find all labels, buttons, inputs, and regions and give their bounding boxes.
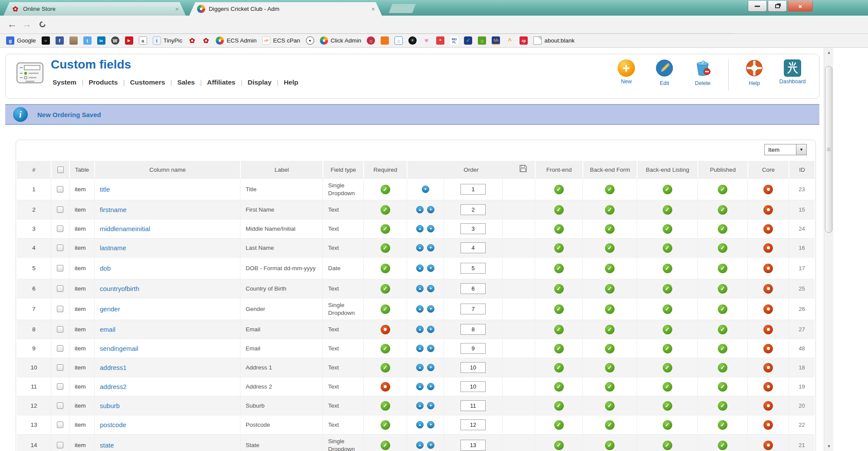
- move-down-icon[interactable]: ▼: [427, 285, 434, 292]
- column-name-link[interactable]: middlenameinitial: [100, 225, 150, 232]
- browser-scrollbar[interactable]: ▲ ▼: [824, 48, 833, 451]
- header-core[interactable]: Core: [747, 161, 789, 178]
- published-yes-icon[interactable]: ✓: [718, 441, 727, 450]
- bookmark-item[interactable]: ECS Admin: [216, 36, 256, 45]
- front-end-yes-icon[interactable]: ✓: [554, 382, 564, 392]
- move-up-icon[interactable]: ▲: [416, 285, 424, 292]
- front-end-yes-icon[interactable]: ✓: [554, 243, 564, 253]
- close-icon[interactable]: ×: [174, 6, 181, 13]
- order-input[interactable]: [460, 223, 486, 234]
- forward-button[interactable]: →: [20, 17, 34, 31]
- order-input[interactable]: [460, 263, 486, 274]
- column-name-link[interactable]: suburb: [100, 402, 120, 409]
- required-yes-icon[interactable]: ✓: [381, 264, 390, 273]
- backend-listing-yes-icon[interactable]: ✓: [663, 344, 672, 353]
- row-checkbox[interactable]: [57, 306, 63, 312]
- required-yes-icon[interactable]: ✓: [381, 304, 390, 314]
- bookmark-item[interactable]: [478, 36, 486, 45]
- bookmark-item[interactable]: [381, 36, 389, 45]
- front-end-yes-icon[interactable]: ✓: [554, 304, 564, 314]
- backend-form-yes-icon[interactable]: ✓: [605, 264, 615, 273]
- scroll-up-icon[interactable]: ▲: [825, 49, 833, 56]
- move-down-icon[interactable]: ▼: [422, 186, 429, 193]
- move-down-icon[interactable]: ▼: [427, 402, 434, 409]
- backend-listing-yes-icon[interactable]: ✓: [663, 205, 672, 215]
- scroll-down-icon[interactable]: ▼: [825, 442, 833, 450]
- order-input[interactable]: [460, 304, 486, 314]
- backend-form-yes-icon[interactable]: ✓: [605, 363, 615, 373]
- backend-listing-yes-icon[interactable]: ✓: [663, 243, 672, 253]
- required-yes-icon[interactable]: ✓: [381, 243, 390, 253]
- bookmark-item[interactable]: [422, 36, 431, 45]
- move-up-icon[interactable]: ▲: [416, 345, 424, 352]
- help-button[interactable]: Help: [741, 59, 768, 86]
- bookmark-item[interactable]: Click Admin: [320, 36, 362, 45]
- order-input[interactable]: [460, 204, 486, 215]
- move-down-icon[interactable]: ▼: [427, 305, 434, 313]
- column-name-link[interactable]: countryofbirth: [100, 285, 139, 292]
- column-name-link[interactable]: sendingemail: [100, 345, 138, 352]
- bookmark-item[interactable]: [97, 36, 105, 45]
- required-yes-icon[interactable]: ✓: [381, 185, 390, 194]
- row-checkbox[interactable]: [57, 383, 63, 390]
- backend-listing-yes-icon[interactable]: ✓: [663, 304, 672, 314]
- published-yes-icon[interactable]: ✓: [718, 363, 727, 373]
- published-yes-icon[interactable]: ✓: [718, 325, 727, 334]
- close-button[interactable]: ×: [788, 1, 813, 12]
- front-end-yes-icon[interactable]: ✓: [554, 325, 564, 334]
- bookmark-item[interactable]: [367, 36, 375, 45]
- column-name-link[interactable]: postcode: [100, 421, 126, 428]
- backend-form-yes-icon[interactable]: ✓: [605, 224, 615, 234]
- row-checkbox[interactable]: [57, 345, 63, 352]
- order-input[interactable]: [460, 440, 486, 451]
- row-checkbox[interactable]: [57, 186, 63, 193]
- front-end-yes-icon[interactable]: ✓: [554, 284, 564, 294]
- order-input[interactable]: [460, 400, 486, 411]
- tab-diggers-admin[interactable]: Diggers Cricket Club - Adm ×: [189, 2, 382, 16]
- row-checkbox[interactable]: [57, 245, 63, 251]
- published-yes-icon[interactable]: ✓: [718, 304, 727, 314]
- move-down-icon[interactable]: ▼: [427, 206, 434, 213]
- move-up-icon[interactable]: ▲: [416, 326, 424, 333]
- bookmark-item[interactable]: [436, 36, 444, 45]
- bookmark-item[interactable]: [69, 36, 78, 45]
- row-checkbox[interactable]: [57, 265, 63, 271]
- backend-listing-yes-icon[interactable]: ✓: [663, 325, 672, 334]
- required-yes-icon[interactable]: ✓: [381, 401, 390, 411]
- published-yes-icon[interactable]: ✓: [718, 243, 727, 253]
- row-checkbox[interactable]: [57, 206, 63, 213]
- chevron-down-icon[interactable]: ▼: [796, 144, 806, 155]
- backend-form-yes-icon[interactable]: ✓: [605, 243, 615, 253]
- backend-listing-yes-icon[interactable]: ✓: [663, 363, 672, 373]
- header-column-name[interactable]: Column name: [94, 161, 240, 178]
- bookmark-item[interactable]: [306, 36, 314, 45]
- published-yes-icon[interactable]: ✓: [718, 284, 727, 294]
- bookmark-item[interactable]: [42, 36, 50, 45]
- published-yes-icon[interactable]: ✓: [718, 264, 727, 273]
- menu-item-affiliates[interactable]: Affiliates: [206, 77, 236, 88]
- move-up-icon[interactable]: ▲: [416, 364, 424, 371]
- back-button[interactable]: ←: [5, 17, 19, 31]
- tab-online-store[interactable]: Online Store ×: [3, 2, 186, 16]
- bookmark-item[interactable]: [408, 36, 417, 45]
- new-button[interactable]: +New: [613, 59, 640, 85]
- header-id[interactable]: ID: [789, 161, 815, 178]
- backend-form-yes-icon[interactable]: ✓: [605, 441, 615, 450]
- published-yes-icon[interactable]: ✓: [718, 401, 727, 411]
- menu-item-sales[interactable]: Sales: [176, 77, 196, 88]
- header-label[interactable]: Label: [240, 161, 322, 178]
- front-end-yes-icon[interactable]: ✓: [554, 401, 564, 411]
- bookmark-item[interactable]: [188, 36, 196, 45]
- bookmark-item[interactable]: [395, 36, 403, 45]
- backend-form-yes-icon[interactable]: ✓: [605, 304, 615, 314]
- header-front-end[interactable]: Front-end: [535, 161, 582, 178]
- table-filter-dropdown[interactable]: Item ▼: [764, 144, 807, 155]
- bookmark-item[interactable]: [506, 36, 514, 45]
- header-order[interactable]: Order: [407, 161, 535, 178]
- close-icon[interactable]: ×: [370, 6, 377, 13]
- order-input[interactable]: [460, 419, 486, 430]
- required-yes-icon[interactable]: ✓: [381, 344, 390, 353]
- row-checkbox[interactable]: [57, 226, 63, 232]
- published-yes-icon[interactable]: ✓: [718, 224, 727, 234]
- move-down-icon[interactable]: ▼: [427, 421, 434, 428]
